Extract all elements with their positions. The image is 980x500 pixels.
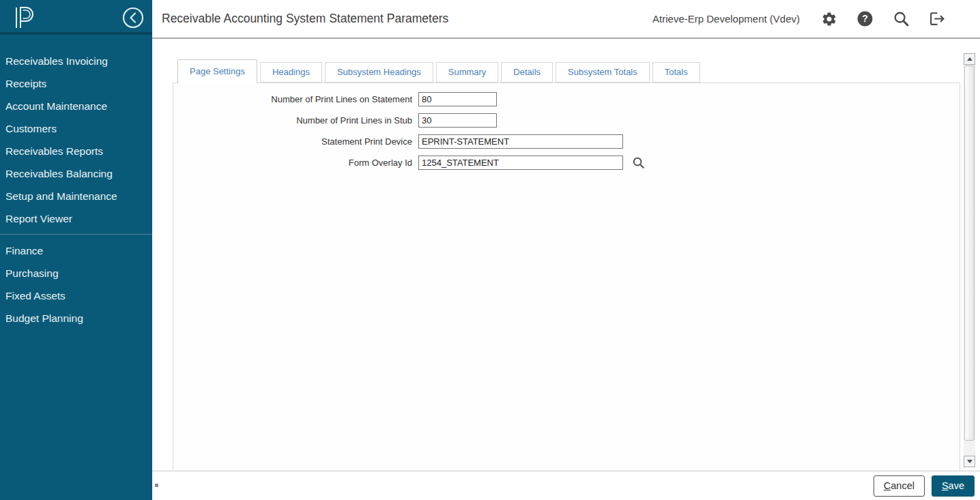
brand-logo-icon	[10, 4, 39, 35]
header-actions: Atrieve-Erp Development (Vdev) ?	[652, 10, 946, 27]
main-content: Page Settings Headings Subsystem Heading…	[152, 39, 980, 471]
svg-text:?: ?	[862, 13, 868, 24]
form-row: Number of Print Lines in Stub	[173, 113, 960, 128]
help-icon[interactable]: ?	[856, 10, 874, 27]
scrollbar-thumb[interactable]	[964, 65, 975, 441]
sidebar-item-finance[interactable]: Finance	[0, 239, 152, 262]
sidebar-item-setup-and-maintenance[interactable]: Setup and Maintenance	[0, 185, 152, 207]
logout-icon[interactable]	[929, 10, 946, 27]
triangle-down-icon	[967, 460, 972, 463]
tab-bar: Page Settings Headings Subsystem Heading…	[177, 59, 703, 83]
statement-print-device-input[interactable]	[418, 134, 623, 149]
print-lines-statement-input[interactable]	[418, 92, 497, 106]
tab-headings[interactable]: Headings	[260, 62, 322, 83]
cancel-button[interactable]: Cancel	[874, 475, 925, 497]
scrollbar-down-button[interactable]	[964, 456, 975, 467]
form-overlay-id-input[interactable]	[418, 156, 623, 170]
sidebar-item-account-maintenance[interactable]: Account Maintenance	[0, 95, 152, 117]
tab-totals[interactable]: Totals	[652, 62, 700, 83]
gear-icon[interactable]	[820, 10, 837, 27]
form-row: Statement Print Device	[173, 134, 960, 149]
scrollbar-track[interactable]	[964, 65, 975, 456]
sidebar-item-receivables-invoicing[interactable]: Receivables Invoicing	[0, 50, 152, 72]
print-lines-statement-label: Number of Print Lines on Statement	[173, 94, 418, 104]
footer-bar: Cancel Save	[152, 471, 980, 500]
sidebar: Receivables Invoicing Receipts Account M…	[0, 0, 152, 500]
sidebar-item-report-viewer[interactable]: Report Viewer	[0, 207, 152, 230]
tab-summary[interactable]: Summary	[436, 62, 499, 83]
vertical-scrollbar[interactable]	[964, 53, 975, 467]
sidebar-item-purchasing[interactable]: Purchasing	[0, 262, 152, 284]
sidebar-divider	[0, 234, 152, 235]
scrollbar-up-button[interactable]	[964, 53, 975, 65]
form-row: Number of Print Lines on Statement	[173, 92, 960, 106]
form-overlay-id-label: Form Overlay Id	[173, 158, 418, 168]
print-lines-stub-input[interactable]	[418, 113, 497, 128]
tab-subsystem-totals[interactable]: Subsystem Totals	[556, 62, 650, 83]
sidebar-item-budget-planning[interactable]: Budget Planning	[0, 307, 152, 329]
top-header: Receivable Accounting System Statement P…	[152, 0, 980, 39]
print-lines-stub-label: Number of Print Lines in Stub	[173, 115, 418, 126]
sidebar-item-customers[interactable]: Customers	[0, 117, 152, 140]
sidebar-collapse-button[interactable]	[121, 5, 145, 30]
save-button[interactable]: Save	[932, 475, 975, 497]
app-window: Receivables Invoicing Receipts Account M…	[0, 0, 980, 500]
form-row: Form Overlay Id	[173, 156, 960, 170]
page-settings-form: Number of Print Lines on Statement Numbe…	[173, 83, 960, 170]
sidebar-nav: Receivables Invoicing Receipts Account M…	[0, 35, 152, 329]
sidebar-item-receipts[interactable]: Receipts	[0, 72, 152, 95]
statement-print-device-label: Statement Print Device	[173, 136, 418, 147]
page-title: Receivable Accounting System Statement P…	[162, 12, 448, 26]
tab-subsystem-headings[interactable]: Subsystem Headings	[325, 62, 433, 83]
environment-label: Atrieve-Erp Development (Vdev)	[652, 13, 800, 25]
sidebar-item-fixed-assets[interactable]: Fixed Assets	[0, 284, 152, 307]
tab-page-settings[interactable]: Page Settings	[177, 59, 257, 83]
triangle-up-icon	[967, 57, 972, 61]
search-icon[interactable]	[893, 10, 910, 27]
footer-grip-dot	[155, 484, 158, 487]
sidebar-item-receivables-balancing[interactable]: Receivables Balancing	[0, 162, 152, 185]
tab-details[interactable]: Details	[501, 62, 553, 83]
sidebar-header	[0, 0, 152, 35]
tab-panel-page-settings: Number of Print Lines on Statement Numbe…	[173, 83, 960, 471]
sidebar-item-receivables-reports[interactable]: Receivables Reports	[0, 140, 152, 162]
form-overlay-lookup-search-icon[interactable]	[632, 156, 645, 169]
